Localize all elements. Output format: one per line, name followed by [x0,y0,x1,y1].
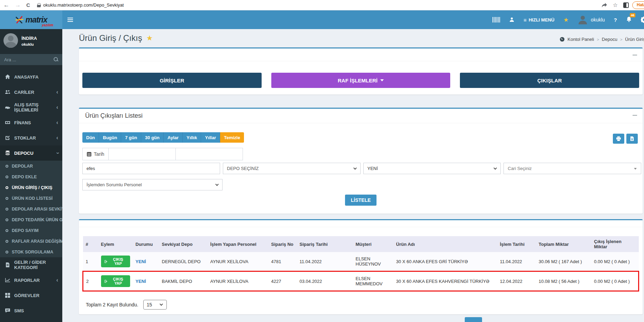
table-row: 1 ÇIKIŞ YAP YENİ DERNEGÜL DEPO AYNUR XEL… [83,252,639,271]
home-icon [5,74,10,80]
status-select[interactable]: YENİ [363,163,501,174]
username-label: okuklu [591,17,605,23]
girisler-button[interactable]: GİRİŞLER [82,73,262,88]
dropdown-arrow-icon [634,168,637,170]
range-bugun-button[interactable]: Bugün [99,132,121,143]
file-icon [5,262,10,268]
sidebar-item-depocu[interactable]: DEPOCU ‹ [0,145,62,161]
sidebar-item-cariler[interactable]: CARİLER ‹ [0,84,62,100]
sidebar-subitem-raflar-arasi[interactable]: RAFLAR ARASI DEĞİŞİM [0,236,62,247]
comment-icon [5,308,10,313]
product-search-field[interactable] [82,163,220,174]
circle-icon [6,240,8,243]
filter-panel-title: Ürün Çıkışları Listesi [85,112,143,119]
settings-gear-icon[interactable] [641,17,644,23]
menu-lines-icon: ≡ [524,17,527,23]
raf-islemleri-button[interactable]: RAF İŞLEMLERİ [271,73,451,88]
export-excel-button[interactable] [626,134,638,144]
quick-menu-button[interactable]: ≡ HIZLI MENÜ [524,17,554,23]
temizle-button[interactable]: Temizle [220,132,244,143]
sidebar-subitem-urun-kod-listesi[interactable]: ÜRÜN KOD LİSTESİ [0,193,62,204]
grid-icon [5,293,10,298]
bookmark-star-icon[interactable]: ☆ [613,2,618,8]
sidebar-item-label: FİNANS [14,120,31,125]
brand-logo[interactable]: matrix yazılım [0,10,62,29]
personnel-select[interactable]: İşlemden Sorumlu Personel [82,179,223,190]
print-button[interactable] [613,134,624,144]
depot-select[interactable]: DEPO SEÇİNİZ [223,163,361,174]
sidebar-subitem-stok-sorgulama[interactable]: STOK SORGULAMA [0,247,62,257]
sidebar-item-gorevler[interactable]: GÖREVLER [0,288,62,303]
search-icon[interactable] [54,57,58,62]
cikislar-button[interactable]: ÇIKIŞLAR [460,73,639,88]
user-menu[interactable]: okuklu [578,15,605,25]
browser-toolbar: ← → C okuklu.matrixotoerp.com/Depo_Sevki… [0,0,644,10]
app-header: matrix yazılım ≡ HIZLI MENÜ ★ okuklu ? 4… [0,10,644,29]
sidebar-toggle-button[interactable] [62,10,78,29]
breadcrumb-depocu[interactable]: Depocu [602,37,617,42]
sidebar-item-finans[interactable]: FİNANS ‹ [0,115,62,130]
sidebar-item-gelir-gider[interactable]: GELİR / GİDER KATEGORİ [0,257,62,272]
product-search-input[interactable] [87,166,216,171]
logo-mark-icon [15,15,24,24]
sidebar-subitem-depo-ekle[interactable]: DEPO EKLE [0,171,62,182]
breadcrumb-separator: > [597,37,599,42]
notifications-button[interactable]: 46 [626,16,632,24]
range-30gun-button[interactable]: 30 gün [141,132,164,143]
range-yillar-button[interactable]: Yıllar [201,132,220,143]
partial-bottom-button[interactable] [465,317,482,322]
range-7gun-button[interactable]: 7 gün [121,132,141,143]
range-aylar-button[interactable]: Aylar [164,132,183,143]
erp-depo-sevkiyat-page: { "browser": { "url": "okuklu.matrixotoe… [0,0,644,322]
actions-card: GİRİŞLER RAF İŞLEMLERİ ÇIKIŞLAR [79,47,643,95]
cikis-yap-button[interactable]: ÇIKIŞ YAP [101,275,130,287]
results-card: # Eylem Durumu Sevkiyat Depo İşlem Yapan… [79,219,643,314]
side-panel-icon[interactable] [623,2,629,8]
date-start-input[interactable] [108,148,176,160]
favorites-star-icon[interactable]: ★ [563,16,569,24]
person-icon[interactable] [509,17,515,23]
browser-back-icon[interactable]: ← [3,2,9,9]
range-yillik-button[interactable]: Yıllık [183,132,201,143]
error-badge[interactable]: Hata [632,1,644,9]
date-end-input[interactable] [175,148,243,160]
barcode-icon[interactable] [492,17,500,23]
chevron-down-icon: ‹ [54,152,60,154]
page-size-select[interactable]: 15 [143,300,167,310]
chevron-down-icon [353,166,357,170]
search-input[interactable] [0,54,62,65]
sidebar-subitem-depo-sayim[interactable]: DEPO SAYIM [0,225,62,236]
help-button[interactable]: ? [614,17,617,23]
browser-forward-icon[interactable]: → [15,2,21,9]
cikis-yap-button[interactable]: ÇIKIŞ YAP [101,256,130,267]
sidebar-item-label: GELİR / GİDER KATEGORİ [14,260,58,270]
address-bar[interactable]: okuklu.matrixotoerp.com/Depo_Sevkiyat [43,2,124,8]
sidebar-item-epostalar[interactable]: E-POSTALAR [0,318,62,322]
sidebar-subitem-urun-giris-cikis[interactable]: ÜRÜN GİRİŞ / ÇIKIŞ [0,182,62,193]
breadcrumb-current: Ürün Giriş / Çık [625,37,644,42]
listele-button[interactable]: LİSTELE [345,195,377,206]
range-dun-button[interactable]: Dün [82,132,99,143]
sidebar-subitem-depolar-arasi-sevkiyat[interactable]: DEPOLAR ARASI SEVKİYAT [0,204,62,214]
collapse-minus-icon[interactable] [633,53,637,57]
filter-card: Ürün Çıkışları Listesi Dün Bugün 7 gün 3… [79,108,643,214]
sidebar-item-label: RAPORLAR [14,278,40,283]
sidebar-subitem-depo-tedarik[interactable]: DEPO TEDARİK ÜRÜN GİRİŞİ [0,214,62,225]
breadcrumb-home[interactable]: Kontol Paneli [568,37,594,42]
col-siparis-no: Sipariş No [269,236,297,252]
sidebar-item-anasayfa[interactable]: ANASAYFA [0,69,62,84]
sidebar-subitem-depolar[interactable]: DEPOLAR [0,161,62,171]
results-table: # Eylem Durumu Sevkiyat Depo İşlem Yapan… [82,236,639,292]
sidebar-item-raporlar[interactable]: RAPORLAR ‹ [0,272,62,288]
collapse-minus-icon[interactable] [633,113,637,117]
sidebar-item-sms[interactable]: SMS [0,303,62,318]
quick-menu-label: HIZLI MENÜ [529,17,554,23]
sidebar-item-alis-satis[interactable]: ALIŞ SATIŞ İŞLEMLERİ ‹ [0,100,62,115]
col-eylem: Eylem [98,236,133,252]
share-icon[interactable] [601,2,607,8]
sidebar-item-stoklar[interactable]: STOKLAR ‹ [0,130,62,145]
browser-reload-icon[interactable]: C [26,2,30,8]
cari-select[interactable]: Cari Seçiniz [504,163,641,174]
record-count-label: Toplam 2 Kayıt Bulundu. [86,302,138,307]
favorite-page-star-icon[interactable]: ★ [146,34,153,42]
